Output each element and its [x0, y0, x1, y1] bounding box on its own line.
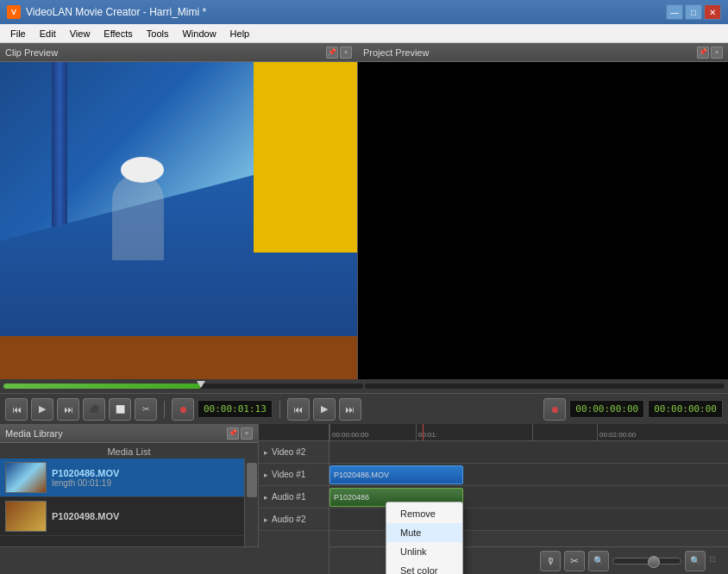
mic-button[interactable]: 🎙 [540, 551, 561, 571]
ruler-tick-2 [532, 424, 535, 440]
seek-bar-row [0, 379, 728, 393]
title-bar: V VideoLAN Movie Creator - Harri_Mimi * … [0, 0, 728, 24]
media-length-1: length 00:01:19 [52, 478, 239, 488]
track-label-audio2: ▸ Audio #2 [259, 508, 329, 531]
maximize-button[interactable]: □ [685, 4, 702, 20]
media-library-header: Media Library 📌 × [0, 424, 258, 443]
ctx-set-color[interactable]: Set color [386, 561, 462, 574]
bottom-toolbar: 🎙 ✂ 🔍 🔍 ⊡ [0, 546, 728, 574]
media-name-2: P1020498.MOV [52, 511, 239, 521]
menu-view[interactable]: View [63, 27, 97, 41]
zoom-in-button[interactable]: 🔍 [685, 551, 706, 571]
clip-preview-close[interactable]: × [340, 47, 352, 59]
timecode-right: 00:00:00:00 [569, 400, 644, 418]
transport-record-right[interactable]: ⏺ [543, 398, 566, 421]
minimize-button[interactable]: — [666, 4, 683, 20]
transport-skip-back[interactable]: ⏮ [5, 398, 28, 421]
clip-preview-title: Clip Preview [5, 47, 58, 58]
track-row-video2 [329, 441, 728, 464]
seek-progress [3, 384, 201, 389]
menu-window[interactable]: Window [175, 27, 223, 41]
separator-1 [164, 401, 165, 418]
transport-split[interactable]: ⬜ [109, 398, 131, 421]
transport-play[interactable]: ▶ [31, 398, 53, 421]
media-scrollbar[interactable] [244, 459, 258, 548]
cut-button[interactable]: ✂ [564, 551, 585, 571]
menu-bar: File Edit View Effects Tools Window Help [0, 24, 728, 43]
track-label-video1: ▸ Video #1 [259, 464, 329, 486]
ruler-tick-0: 00:00:00:00 [329, 424, 368, 440]
transport-cut[interactable]: ✂ [135, 398, 157, 421]
track-row-video1[interactable]: P1020486.MOV [329, 464, 728, 486]
track-label-video2: ▸ Video #2 [259, 441, 329, 464]
transport-right-play[interactable]: ▶ [313, 398, 336, 421]
ruler-tick-1: 00:01: [416, 424, 437, 440]
bottom-section: Media Library 📌 × Media List P1020486.MO… [0, 424, 728, 574]
main-content: Clip Preview 📌 × [0, 43, 728, 574]
media-item-2[interactable]: P1020498.MOV [0, 497, 244, 536]
transport-extract[interactable]: ⬛ [83, 398, 105, 421]
timecode-left: 00:00:01:13 [198, 400, 273, 418]
media-lib-pin[interactable]: 📌 [227, 427, 239, 440]
menu-tools[interactable]: Tools [140, 27, 176, 41]
menu-file[interactable]: File [3, 27, 33, 41]
zoom-out-button[interactable]: 🔍 [588, 551, 609, 571]
preview-row: Clip Preview 📌 × [0, 43, 728, 379]
project-preview-pin[interactable]: 📌 [697, 47, 709, 59]
media-thumb-1 [5, 462, 47, 493]
track-labels: ▸ Video #2 ▸ Video #1 ▸ Audio #1 ▸ Audio… [259, 424, 329, 574]
track-ruler-label [259, 424, 329, 441]
ctx-remove[interactable]: Remove [386, 504, 462, 523]
clip-preview-panel: Clip Preview 📌 × [0, 43, 358, 379]
menu-effects[interactable]: Effects [97, 27, 139, 41]
window-controls: — □ ✕ [666, 4, 721, 20]
ruler-tick-3: 00:02:00:00 [597, 424, 636, 440]
media-lib-close[interactable]: × [241, 427, 253, 440]
zoom-thumb [648, 556, 660, 568]
scrollbar-thumb [247, 463, 257, 497]
zoom-slider[interactable] [612, 558, 681, 565]
context-menu: Remove Mute Unlink Set color [386, 502, 463, 574]
transport-record[interactable]: ⏺ [172, 398, 194, 421]
media-list-area: P1020486.MOV length 00:01:19 P1020498.MO… [0, 459, 258, 548]
media-item-1[interactable]: P1020486.MOV length 00:01:19 [0, 459, 244, 497]
transport-skip-fwd[interactable]: ⏭ [57, 398, 79, 421]
transport-row: ⏮ ▶ ⏭ ⬛ ⬜ ✂ ⏺ 00:00:01:13 ⏮ ▶ ⏭ ⏺ 00:00:… [0, 393, 728, 424]
media-library-title: Media Library [5, 428, 63, 439]
menu-edit[interactable]: Edit [33, 27, 63, 41]
playhead [423, 424, 424, 441]
media-list-label: Media List [0, 443, 258, 459]
media-thumb-2 [5, 501, 47, 532]
clip-preview-header: Clip Preview 📌 × [0, 43, 357, 62]
ctx-unlink[interactable]: Unlink [386, 542, 462, 561]
timeline-ruler: 00:00:00:00 00:01: 00:02:00:00 00:03:00:… [329, 424, 728, 441]
clip-video-area [0, 62, 357, 379]
media-name-1: P1020486.MOV [52, 468, 239, 478]
close-button[interactable]: ✕ [704, 4, 721, 20]
project-preview-close[interactable]: × [711, 47, 723, 59]
clip-video1[interactable]: P1020486.MOV [329, 465, 463, 484]
ctx-mute[interactable]: Mute [386, 523, 462, 542]
clip-preview-pin[interactable]: 📌 [326, 47, 338, 59]
project-preview-header: Project Preview 📌 × [358, 43, 728, 62]
project-preview-title: Project Preview [363, 47, 429, 58]
window-title: VideoLAN Movie Creator - Harri_Mimi * [26, 6, 661, 18]
seek-bar-right[interactable] [365, 384, 725, 389]
resize-grip[interactable]: ⊡ [709, 554, 723, 568]
project-preview-panel: Project Preview 📌 × [358, 43, 728, 379]
separator-2 [279, 401, 280, 418]
menu-help[interactable]: Help [223, 27, 257, 41]
transport-right-skip-back[interactable]: ⏮ [287, 398, 310, 421]
timecode-right2: 00:00:00:00 [648, 400, 723, 418]
project-video-area [358, 62, 728, 379]
track-label-audio1: ▸ Audio #1 [259, 486, 329, 508]
transport-right-skip-fwd[interactable]: ⏭ [339, 398, 361, 421]
app-icon: V [7, 5, 21, 19]
seek-thumb [197, 381, 205, 388]
seek-bar[interactable] [3, 384, 363, 389]
